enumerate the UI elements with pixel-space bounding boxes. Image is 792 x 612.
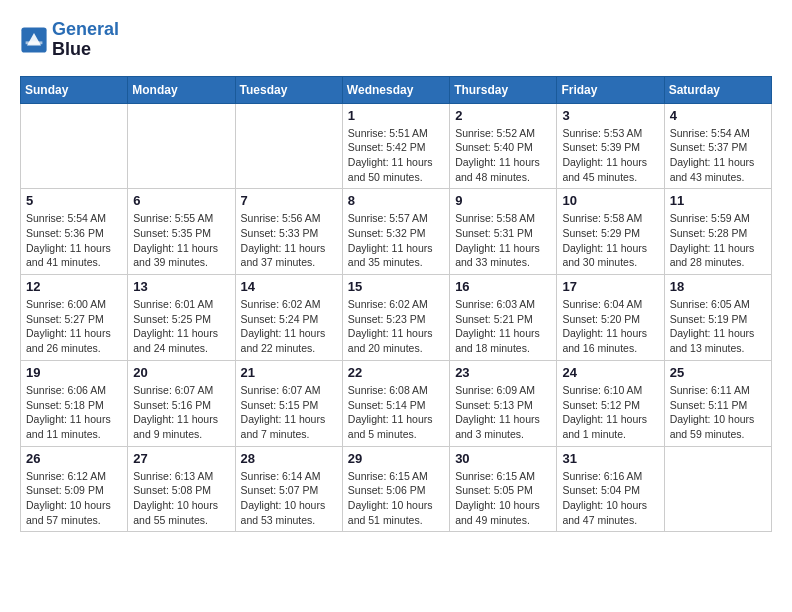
day-info: Sunrise: 6:02 AM Sunset: 5:23 PM Dayligh… [348, 297, 444, 356]
calendar-cell: 22Sunrise: 6:08 AM Sunset: 5:14 PM Dayli… [342, 360, 449, 446]
day-info: Sunrise: 6:09 AM Sunset: 5:13 PM Dayligh… [455, 383, 551, 442]
calendar-week-row: 12Sunrise: 6:00 AM Sunset: 5:27 PM Dayli… [21, 275, 772, 361]
svg-rect-2 [26, 41, 43, 44]
calendar-week-row: 1Sunrise: 5:51 AM Sunset: 5:42 PM Daylig… [21, 103, 772, 189]
day-info: Sunrise: 5:54 AM Sunset: 5:36 PM Dayligh… [26, 211, 122, 270]
day-number: 2 [455, 108, 551, 123]
day-number: 29 [348, 451, 444, 466]
day-number: 11 [670, 193, 766, 208]
day-number: 3 [562, 108, 658, 123]
calendar-cell: 26Sunrise: 6:12 AM Sunset: 5:09 PM Dayli… [21, 446, 128, 532]
calendar-cell [21, 103, 128, 189]
day-info: Sunrise: 5:55 AM Sunset: 5:35 PM Dayligh… [133, 211, 229, 270]
calendar-header-row: SundayMondayTuesdayWednesdayThursdayFrid… [21, 76, 772, 103]
calendar-week-row: 5Sunrise: 5:54 AM Sunset: 5:36 PM Daylig… [21, 189, 772, 275]
day-number: 15 [348, 279, 444, 294]
calendar-cell: 18Sunrise: 6:05 AM Sunset: 5:19 PM Dayli… [664, 275, 771, 361]
calendar-cell: 10Sunrise: 5:58 AM Sunset: 5:29 PM Dayli… [557, 189, 664, 275]
day-info: Sunrise: 6:06 AM Sunset: 5:18 PM Dayligh… [26, 383, 122, 442]
calendar-cell: 23Sunrise: 6:09 AM Sunset: 5:13 PM Dayli… [450, 360, 557, 446]
day-info: Sunrise: 5:56 AM Sunset: 5:33 PM Dayligh… [241, 211, 337, 270]
day-info: Sunrise: 6:13 AM Sunset: 5:08 PM Dayligh… [133, 469, 229, 528]
calendar-cell: 17Sunrise: 6:04 AM Sunset: 5:20 PM Dayli… [557, 275, 664, 361]
calendar-cell: 30Sunrise: 6:15 AM Sunset: 5:05 PM Dayli… [450, 446, 557, 532]
calendar-cell: 12Sunrise: 6:00 AM Sunset: 5:27 PM Dayli… [21, 275, 128, 361]
day-info: Sunrise: 6:10 AM Sunset: 5:12 PM Dayligh… [562, 383, 658, 442]
day-number: 19 [26, 365, 122, 380]
day-number: 12 [26, 279, 122, 294]
calendar-week-row: 26Sunrise: 6:12 AM Sunset: 5:09 PM Dayli… [21, 446, 772, 532]
calendar-cell: 13Sunrise: 6:01 AM Sunset: 5:25 PM Dayli… [128, 275, 235, 361]
day-number: 27 [133, 451, 229, 466]
calendar-cell: 14Sunrise: 6:02 AM Sunset: 5:24 PM Dayli… [235, 275, 342, 361]
day-number: 10 [562, 193, 658, 208]
day-info: Sunrise: 5:58 AM Sunset: 5:29 PM Dayligh… [562, 211, 658, 270]
day-number: 24 [562, 365, 658, 380]
day-info: Sunrise: 5:52 AM Sunset: 5:40 PM Dayligh… [455, 126, 551, 185]
calendar-cell: 24Sunrise: 6:10 AM Sunset: 5:12 PM Dayli… [557, 360, 664, 446]
day-info: Sunrise: 6:07 AM Sunset: 5:15 PM Dayligh… [241, 383, 337, 442]
day-number: 17 [562, 279, 658, 294]
calendar-cell: 15Sunrise: 6:02 AM Sunset: 5:23 PM Dayli… [342, 275, 449, 361]
day-of-week-header: Monday [128, 76, 235, 103]
day-number: 23 [455, 365, 551, 380]
calendar-week-row: 19Sunrise: 6:06 AM Sunset: 5:18 PM Dayli… [21, 360, 772, 446]
day-number: 5 [26, 193, 122, 208]
day-number: 16 [455, 279, 551, 294]
calendar-cell: 21Sunrise: 6:07 AM Sunset: 5:15 PM Dayli… [235, 360, 342, 446]
day-number: 8 [348, 193, 444, 208]
calendar-cell: 6Sunrise: 5:55 AM Sunset: 5:35 PM Daylig… [128, 189, 235, 275]
calendar-cell [664, 446, 771, 532]
day-number: 28 [241, 451, 337, 466]
calendar-cell: 3Sunrise: 5:53 AM Sunset: 5:39 PM Daylig… [557, 103, 664, 189]
calendar-cell: 31Sunrise: 6:16 AM Sunset: 5:04 PM Dayli… [557, 446, 664, 532]
day-of-week-header: Wednesday [342, 76, 449, 103]
calendar-cell: 9Sunrise: 5:58 AM Sunset: 5:31 PM Daylig… [450, 189, 557, 275]
day-info: Sunrise: 6:03 AM Sunset: 5:21 PM Dayligh… [455, 297, 551, 356]
day-number: 7 [241, 193, 337, 208]
day-info: Sunrise: 5:53 AM Sunset: 5:39 PM Dayligh… [562, 126, 658, 185]
calendar-cell [128, 103, 235, 189]
day-info: Sunrise: 5:51 AM Sunset: 5:42 PM Dayligh… [348, 126, 444, 185]
day-info: Sunrise: 6:07 AM Sunset: 5:16 PM Dayligh… [133, 383, 229, 442]
day-of-week-header: Sunday [21, 76, 128, 103]
calendar-cell: 11Sunrise: 5:59 AM Sunset: 5:28 PM Dayli… [664, 189, 771, 275]
day-number: 4 [670, 108, 766, 123]
day-number: 13 [133, 279, 229, 294]
day-number: 18 [670, 279, 766, 294]
day-info: Sunrise: 6:16 AM Sunset: 5:04 PM Dayligh… [562, 469, 658, 528]
calendar-cell: 16Sunrise: 6:03 AM Sunset: 5:21 PM Dayli… [450, 275, 557, 361]
day-info: Sunrise: 6:08 AM Sunset: 5:14 PM Dayligh… [348, 383, 444, 442]
day-number: 20 [133, 365, 229, 380]
day-info: Sunrise: 6:01 AM Sunset: 5:25 PM Dayligh… [133, 297, 229, 356]
day-number: 30 [455, 451, 551, 466]
day-info: Sunrise: 6:04 AM Sunset: 5:20 PM Dayligh… [562, 297, 658, 356]
day-info: Sunrise: 5:57 AM Sunset: 5:32 PM Dayligh… [348, 211, 444, 270]
day-number: 31 [562, 451, 658, 466]
day-info: Sunrise: 6:05 AM Sunset: 5:19 PM Dayligh… [670, 297, 766, 356]
day-of-week-header: Thursday [450, 76, 557, 103]
day-info: Sunrise: 6:11 AM Sunset: 5:11 PM Dayligh… [670, 383, 766, 442]
day-number: 1 [348, 108, 444, 123]
day-number: 6 [133, 193, 229, 208]
logo-text: General Blue [52, 20, 119, 60]
day-number: 26 [26, 451, 122, 466]
calendar-cell: 19Sunrise: 6:06 AM Sunset: 5:18 PM Dayli… [21, 360, 128, 446]
calendar-cell: 7Sunrise: 5:56 AM Sunset: 5:33 PM Daylig… [235, 189, 342, 275]
logo: General Blue [20, 20, 119, 60]
page-header: General Blue [20, 20, 772, 60]
calendar-cell: 20Sunrise: 6:07 AM Sunset: 5:16 PM Dayli… [128, 360, 235, 446]
calendar-cell: 28Sunrise: 6:14 AM Sunset: 5:07 PM Dayli… [235, 446, 342, 532]
day-info: Sunrise: 6:15 AM Sunset: 5:06 PM Dayligh… [348, 469, 444, 528]
day-number: 21 [241, 365, 337, 380]
day-info: Sunrise: 6:14 AM Sunset: 5:07 PM Dayligh… [241, 469, 337, 528]
day-info: Sunrise: 6:02 AM Sunset: 5:24 PM Dayligh… [241, 297, 337, 356]
calendar-cell: 25Sunrise: 6:11 AM Sunset: 5:11 PM Dayli… [664, 360, 771, 446]
calendar-table: SundayMondayTuesdayWednesdayThursdayFrid… [20, 76, 772, 533]
day-info: Sunrise: 5:59 AM Sunset: 5:28 PM Dayligh… [670, 211, 766, 270]
day-number: 22 [348, 365, 444, 380]
day-info: Sunrise: 6:00 AM Sunset: 5:27 PM Dayligh… [26, 297, 122, 356]
logo-icon [20, 26, 48, 54]
day-info: Sunrise: 5:54 AM Sunset: 5:37 PM Dayligh… [670, 126, 766, 185]
calendar-cell: 27Sunrise: 6:13 AM Sunset: 5:08 PM Dayli… [128, 446, 235, 532]
